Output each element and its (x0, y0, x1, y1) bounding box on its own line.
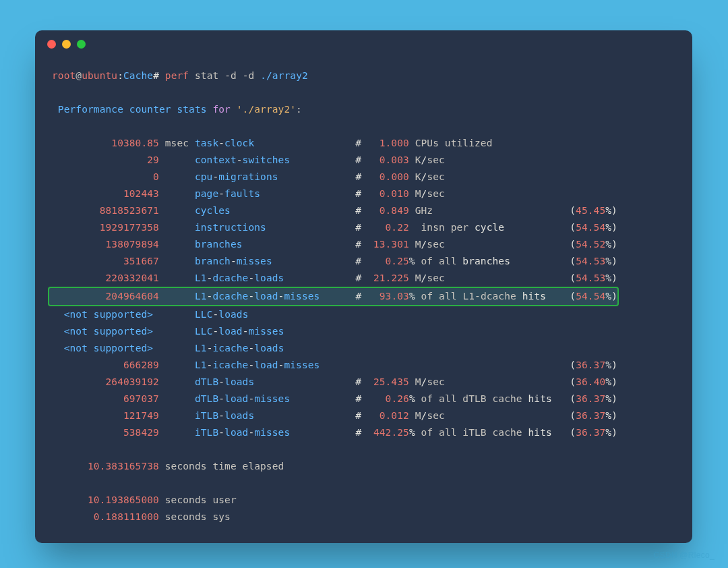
metric-pct: 36.40 (576, 376, 605, 387)
metric-ratio: 25.435 (373, 376, 409, 387)
metric-label: iTLB-load-misses (195, 427, 290, 438)
metric-label: instructions (195, 222, 266, 233)
metric-ratio: 0.003 (380, 154, 409, 165)
metric-pct: 54.53 (576, 273, 605, 283)
metric-pct: 54.54 (576, 291, 605, 302)
metric-label: dTLB-load-misses (195, 393, 290, 404)
metric-ratio: 0.22 (386, 222, 409, 233)
metric-pct: 36.37 (576, 427, 605, 438)
metric-pct: 36.37 (576, 393, 605, 404)
prompt-host: ubuntu (82, 70, 117, 81)
metric-ratio: 0.849 (380, 205, 409, 216)
terminal-window: root@ubuntu:Cache# perf stat -d -d ./arr… (35, 30, 692, 543)
prompt-path: Cache (123, 70, 153, 81)
metric-ratio: 21.225 (373, 273, 409, 283)
metric-ratio: 1.000 (380, 138, 409, 148)
metric-label: task-clock (195, 138, 254, 148)
metric-ratio: 0.000 (380, 171, 409, 182)
metric-label: branch-misses (195, 256, 272, 266)
metric-value: 29 (52, 154, 159, 165)
minimize-icon[interactable] (62, 40, 71, 49)
sys-time: 0.188111000 (52, 511, 159, 522)
metric-value: 8818523671 (52, 205, 159, 216)
metric-value: 538429 (52, 427, 159, 438)
metric-label: L1-dcache-loads (195, 273, 284, 283)
metric-value: 102443 (52, 188, 159, 199)
highlighted-metric-row: 204964604 L1-dcache-load-misses # 93.03%… (48, 287, 619, 306)
terminal-content: root@ubuntu:Cache# perf stat -d -d ./arr… (35, 57, 692, 539)
metric-label: cycles (195, 205, 231, 216)
metric-pct: 45.45 (576, 205, 605, 216)
metric-value: 351667 (52, 256, 159, 266)
prompt-user: root (52, 70, 75, 81)
watermark: CSDN @Rleco_ (654, 550, 715, 560)
metric-value: 138079894 (52, 239, 159, 250)
metric-ratio: 93.03 (380, 291, 409, 302)
metric-ratio: 0.012 (380, 410, 409, 421)
metric-value: 220332041 (52, 273, 159, 283)
metric-pct: 54.54 (576, 222, 605, 233)
metric-value: 666289 (52, 360, 159, 370)
metric-label: page-faults (195, 188, 260, 199)
metric-ratio: 13.301 (373, 239, 409, 250)
metric-pct: 54.53 (576, 256, 605, 266)
metric-value: 697037 (52, 393, 159, 404)
metric-pct: 36.37 (576, 410, 605, 421)
metric-ratio: 0.25 (386, 256, 409, 266)
metric-pct: 54.52 (576, 239, 605, 250)
metric-label: context-switches (195, 154, 290, 165)
metric-label: L1-dcache-load-misses (195, 291, 320, 302)
metric-value: 204964604 (52, 291, 159, 302)
metric-pct: 36.37 (576, 360, 605, 370)
metric-ratio: 442.25 (373, 427, 409, 438)
metric-value: 121749 (52, 410, 159, 421)
window-titlebar (35, 30, 692, 57)
metric-value: 0 (52, 171, 159, 182)
metric-ratio: 0.010 (380, 188, 409, 199)
close-icon[interactable] (47, 40, 56, 49)
metric-label: iTLB-loads (195, 410, 254, 421)
metric-value: 264039192 (52, 376, 159, 387)
metric-label: branches (195, 239, 243, 250)
metric-ratio: 0.26 (386, 393, 409, 404)
metric-label: L1-icache-load-misses (195, 360, 320, 370)
user-time: 10.193865000 (52, 494, 159, 505)
command-binary: perf (165, 70, 189, 81)
metric-label: dTLB-loads (195, 376, 254, 387)
metric-label: cpu-migrations (195, 171, 278, 182)
elapsed-time: 10.383165738 (52, 461, 159, 472)
maximize-icon[interactable] (77, 40, 86, 49)
metric-value: 10380.85 (52, 138, 159, 148)
metric-value: 1929177358 (52, 222, 159, 233)
